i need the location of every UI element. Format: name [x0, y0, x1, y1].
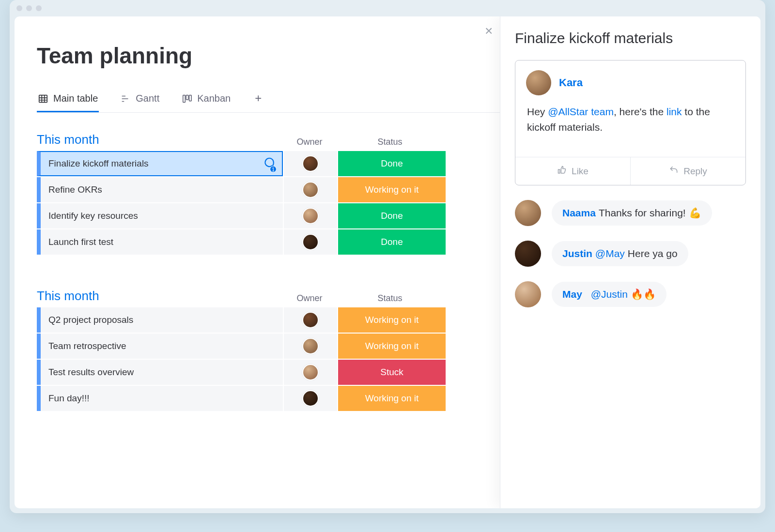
avatar	[302, 155, 319, 172]
item-name-cell[interactable]: Finalize kickoff materials 1	[37, 151, 283, 176]
column-header-status: Status	[336, 137, 444, 147]
mention[interactable]: @May	[595, 248, 625, 259]
owner-cell[interactable]	[284, 177, 337, 202]
group-title[interactable]: This month	[37, 132, 283, 147]
svg-rect-8	[183, 95, 186, 102]
item-detail-panel: × Finalize kickoff materials Kara Hey @A…	[500, 16, 760, 508]
table-icon	[38, 93, 48, 104]
close-icon[interactable]: ×	[485, 24, 493, 38]
kanban-icon	[182, 93, 192, 104]
emoji: 💪	[689, 207, 701, 219]
group: This month Owner Status Finalize kickoff…	[37, 132, 500, 255]
status-cell[interactable]: Working on it	[338, 334, 446, 359]
reply-bubble[interactable]: Naama Thanks for sharing! 💪	[552, 200, 712, 226]
page-title: Team planning	[37, 43, 500, 69]
reply-bubble[interactable]: Justin @May Here ya go	[552, 241, 688, 266]
thumbs-up-icon	[557, 165, 567, 177]
item-name-cell[interactable]: Identify key resources	[37, 203, 283, 228]
reply-item: Naama Thanks for sharing! 💪	[515, 200, 746, 226]
owner-cell[interactable]	[284, 203, 337, 228]
owner-cell[interactable]	[284, 334, 337, 359]
mention[interactable]: @AllStar team	[548, 106, 614, 117]
status-cell[interactable]: Done	[338, 229, 446, 255]
table-row: Team retrospective Working on it	[37, 334, 500, 359]
item-name: Test results overview	[48, 367, 134, 378]
svg-rect-0	[39, 95, 47, 102]
main-panel: Team planning Main table Gantt	[15, 16, 500, 508]
column-header-owner: Owner	[283, 293, 336, 304]
like-button[interactable]: Like	[515, 157, 630, 185]
status-cell[interactable]: Done	[338, 151, 446, 176]
owner-cell[interactable]	[284, 229, 337, 255]
reply-item: May @Justin 🔥🔥	[515, 281, 746, 307]
status-cell[interactable]: Working on it	[338, 307, 446, 333]
avatar	[515, 241, 541, 267]
item-name: Launch first test	[48, 237, 113, 247]
tab-label: Main table	[53, 93, 98, 104]
table-row: Refine OKRs Working on it	[37, 177, 500, 202]
window-dot	[26, 5, 32, 11]
svg-rect-9	[186, 95, 188, 99]
item-name-cell[interactable]: Team retrospective	[37, 334, 283, 359]
table-row: Identify key resources Done	[37, 203, 500, 228]
comment-body: Hey @AllStar team, here's the link to th…	[515, 99, 745, 157]
tab-label: Gantt	[136, 93, 159, 104]
owner-cell[interactable]	[284, 360, 337, 385]
item-name-cell[interactable]: Launch first test	[37, 229, 283, 255]
table-row: Finalize kickoff materials 1 Done	[37, 151, 500, 176]
table-row: Test results overview Stuck	[37, 360, 500, 385]
item-name-cell[interactable]: Q2 project proposals	[37, 307, 283, 333]
avatar	[302, 364, 319, 380]
chat-icon[interactable]: 1	[263, 156, 275, 171]
comment-author[interactable]: Kara	[559, 76, 583, 89]
avatar	[302, 234, 319, 250]
window-dot	[16, 5, 22, 11]
table-row: Q2 project proposals Working on it	[37, 307, 500, 333]
column-header-status: Status	[336, 293, 444, 304]
link[interactable]: link	[666, 106, 682, 117]
reply-button[interactable]: Reply	[630, 157, 745, 185]
table-row: Launch first test Done	[37, 229, 500, 255]
group-title[interactable]: This month	[37, 289, 283, 304]
item-name: Fun day!!!	[48, 393, 90, 404]
tab-main-table[interactable]: Main table	[37, 90, 99, 112]
tab-kanban[interactable]: Kanban	[181, 90, 232, 112]
emoji: 🔥🔥	[631, 289, 656, 300]
side-panel-title: Finalize kickoff materials	[515, 30, 746, 46]
status-cell[interactable]: Stuck	[338, 360, 446, 385]
comment-card: Kara Hey @AllStar team, here's the link …	[515, 60, 746, 185]
app-window: Team planning Main table Gantt	[10, 0, 765, 513]
avatar	[515, 200, 541, 226]
tab-label: Kanban	[197, 93, 231, 104]
item-name: Refine OKRs	[48, 184, 102, 195]
add-view-button[interactable]: +	[252, 91, 264, 111]
status-cell[interactable]: Working on it	[338, 177, 446, 202]
reply-icon	[669, 165, 679, 177]
reply-bubble[interactable]: May @Justin 🔥🔥	[552, 282, 666, 307]
group: This month Owner Status Q2 project propo…	[37, 289, 500, 411]
status-cell[interactable]: Done	[338, 203, 446, 228]
tab-gantt[interactable]: Gantt	[119, 90, 160, 112]
window-dot	[36, 5, 42, 11]
avatar	[526, 70, 551, 95]
owner-cell[interactable]	[284, 307, 337, 333]
item-name-cell[interactable]: Test results overview	[37, 360, 283, 385]
avatar	[515, 281, 541, 307]
item-name: Identify key resources	[48, 211, 138, 221]
reply-author: May	[562, 289, 582, 300]
item-name-cell[interactable]: Fun day!!!	[37, 386, 283, 411]
reply-author: Justin	[562, 248, 592, 259]
column-header-owner: Owner	[283, 137, 336, 147]
item-name-cell[interactable]: Refine OKRs	[37, 177, 283, 202]
comment-count-badge: 1	[270, 166, 277, 173]
mention[interactable]: @Justin	[591, 289, 628, 300]
item-name: Finalize kickoff materials	[48, 158, 149, 169]
owner-cell[interactable]	[284, 151, 337, 176]
svg-rect-10	[189, 95, 192, 101]
view-tabs: Main table Gantt Kanban +	[37, 90, 500, 113]
owner-cell[interactable]	[284, 386, 337, 411]
status-cell[interactable]: Working on it	[338, 386, 446, 411]
item-name: Q2 project proposals	[48, 315, 133, 325]
avatar	[302, 208, 319, 224]
reply-item: Justin @May Here ya go	[515, 241, 746, 267]
